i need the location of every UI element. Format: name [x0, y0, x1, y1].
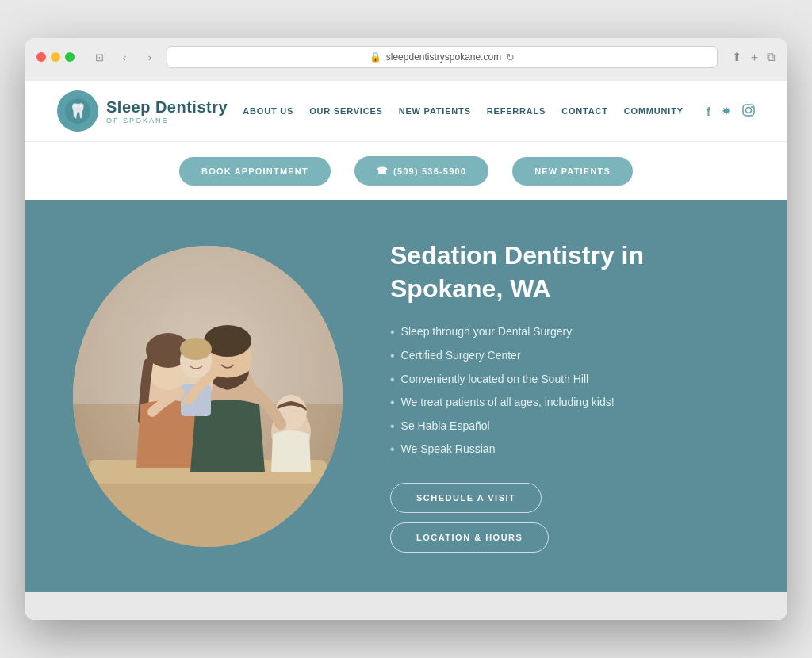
- close-button[interactable]: [36, 52, 46, 62]
- phone-icon: ☎: [377, 166, 389, 176]
- hero-feature-6: We Speak Russian: [390, 442, 739, 457]
- hero-feature-3: Conveniently located on the South Hill: [390, 372, 739, 388]
- hero-title: Sedation Dentistry in Spokane, WA: [390, 239, 739, 305]
- hero-feature-1: Sleep through your Dental Surgery: [390, 324, 739, 340]
- schedule-visit-label: SCHEDULE A VISIT: [416, 493, 515, 503]
- phone-label: (509) 536-5900: [393, 166, 466, 176]
- logo-area: 🦷 Sleep Dentistry OF SPOKANE: [57, 90, 228, 132]
- main-nav: ABOUT US OUR SERVICES NEW PATIENTS REFER…: [243, 106, 684, 116]
- new-patients-cta-label: NEW PATIENTS: [534, 166, 611, 176]
- location-hours-label: LOCATION & HOURS: [416, 533, 523, 542]
- family-illustration: [73, 246, 343, 547]
- nav-new-patients[interactable]: NEW PATIENTS: [399, 106, 471, 116]
- hero-content: Sedation Dentistry in Spokane, WA Sleep …: [390, 239, 739, 553]
- book-appointment-button[interactable]: BOOK APPOINTMENT: [179, 157, 331, 186]
- address-bar[interactable]: 🔒 sleepdentistryspokane.com ↻: [167, 46, 718, 68]
- cta-bar: BOOK APPOINTMENT ☎ (509) 536-5900 NEW PA…: [25, 142, 787, 200]
- nav-about-us[interactable]: ABOUT US: [243, 106, 293, 116]
- browser-window: ⊡ ‹ › 🔒 sleepdentistryspokane.com ↻ ⬆ ＋ …: [25, 38, 787, 620]
- logo-text-area: Sleep Dentistry OF SPOKANE: [106, 98, 228, 124]
- hero-buttons: SCHEDULE A VISIT LOCATION & HOURS: [390, 483, 739, 553]
- phone-button[interactable]: ☎ (509) 536-5900: [354, 156, 488, 186]
- website: 🦷 Sleep Dentistry OF SPOKANE ABOUT US OU…: [25, 81, 787, 620]
- schedule-visit-button[interactable]: SCHEDULE A VISIT: [390, 483, 542, 513]
- hero-features-list: Sleep through your Dental Surgery Certif…: [390, 324, 739, 457]
- browser-tab-bar: [36, 75, 776, 81]
- forward-button[interactable]: ›: [140, 49, 160, 65]
- hero-feature-4: We treat patients of all ages, including…: [390, 395, 739, 411]
- hero-feature-2: Certified Surgery Center: [390, 348, 739, 364]
- minimize-button[interactable]: [51, 52, 60, 62]
- book-appointment-label: BOOK APPOINTMENT: [201, 166, 308, 176]
- nav-our-services[interactable]: OUR SERVICES: [309, 106, 383, 116]
- share-icon[interactable]: ⬆: [732, 50, 742, 65]
- social-links: f ✸: [707, 104, 755, 119]
- browser-titlebar: ⊡ ‹ › 🔒 sleepdentistryspokane.com ↻ ⬆ ＋ …: [36, 46, 776, 68]
- lock-icon: 🔒: [370, 52, 381, 63]
- new-patients-cta-button[interactable]: NEW PATIENTS: [512, 157, 633, 186]
- svg-rect-2: [743, 105, 754, 116]
- browser-chrome: ⊡ ‹ › 🔒 sleepdentistryspokane.com ↻ ⬆ ＋ …: [25, 38, 787, 81]
- bottom-bar: [25, 592, 787, 620]
- facebook-icon[interactable]: f: [707, 105, 710, 118]
- hero-image: [73, 246, 343, 547]
- yelp-icon[interactable]: ✸: [722, 105, 731, 117]
- svg-rect-23: [73, 246, 343, 547]
- browser-action-buttons: ⬆ ＋ ⧉: [732, 50, 776, 65]
- windows-icon[interactable]: ⧉: [767, 50, 776, 65]
- svg-point-4: [751, 106, 753, 108]
- site-header: 🦷 Sleep Dentistry OF SPOKANE ABOUT US OU…: [25, 81, 787, 142]
- logo-icon: 🦷: [57, 90, 98, 132]
- back-button[interactable]: ‹: [114, 49, 135, 65]
- nav-contact[interactable]: CONTACT: [561, 106, 608, 116]
- window-toggle-button[interactable]: ⊡: [89, 49, 109, 65]
- instagram-icon[interactable]: [742, 104, 755, 119]
- location-hours-button[interactable]: LOCATION & HOURS: [390, 522, 549, 553]
- logo-svg: 🦷: [63, 97, 92, 125]
- nav-community[interactable]: COMMUNITY: [624, 106, 684, 116]
- logo-subtitle: OF SPOKANE: [106, 117, 228, 124]
- svg-point-3: [746, 107, 752, 113]
- url-text: sleepdentistryspokane.com: [386, 52, 501, 63]
- maximize-button[interactable]: [65, 52, 75, 62]
- nav-referrals[interactable]: REFERRALS: [487, 106, 546, 116]
- svg-text:🦷: 🦷: [69, 102, 87, 120]
- browser-controls: ⊡ ‹ ›: [89, 49, 160, 65]
- traffic-lights: [36, 52, 75, 62]
- hero-feature-5: Se Habla Español: [390, 419, 739, 434]
- logo-title: Sleep Dentistry: [106, 98, 228, 116]
- hero-section: Sedation Dentistry in Spokane, WA Sleep …: [25, 200, 787, 592]
- new-tab-icon[interactable]: ＋: [749, 50, 760, 65]
- reload-button[interactable]: ↻: [506, 52, 515, 63]
